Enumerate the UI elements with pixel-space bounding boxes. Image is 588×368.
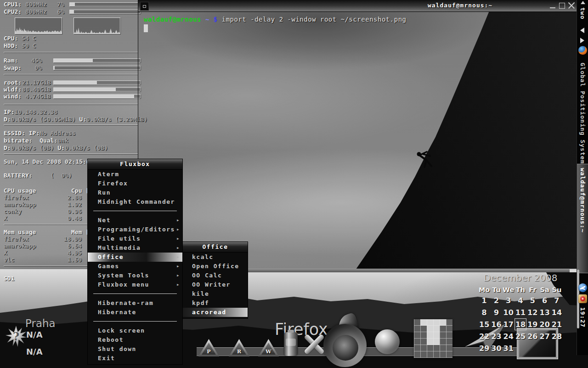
submenu-arrow-icon: ▸ [176,243,180,253]
calendar-date[interactable]: 19 [526,318,538,330]
wifi-ip-value: No Address [40,130,75,137]
amarok-tray-icon[interactable] [578,294,587,303]
submenu-item-oo-calc[interactable]: OO Calc [183,271,248,280]
submenu-item-open-office[interactable]: Open Office [183,262,248,271]
menu-padding [183,317,248,318]
calendar-date[interactable]: 16 [490,318,502,330]
calendar-date[interactable]: 17 [503,318,514,330]
menu-item-multimedia[interactable]: Multimedia▸ [88,243,182,253]
terminal-content[interactable]: waldauf@mrnous ~ $ import -delay 2 -wind… [144,16,407,23]
calendar-date[interactable]: 13 [538,306,550,318]
calendar-date[interactable]: 31 [503,342,514,354]
calendar-date[interactable]: 12 [526,306,538,318]
terminal-titlebar[interactable]: waldauf@mrnous:~ [138,0,577,12]
menu-item-hibernate-ram[interactable]: Hibernate-ram [88,299,182,308]
submenu-item-kile[interactable]: kile [183,289,248,299]
taskbar-window-gps[interactable]: Global Positioning System [579,63,586,164]
office-submenu: Office kcalcOpen OfficeOO CalcOO Writerk… [182,242,248,319]
calendar-date[interactable]: 22 [478,330,490,342]
maximize-button[interactable] [558,1,566,10]
orb-icon[interactable] [375,329,400,354]
menu-item-exit[interactable]: Exit [88,354,182,363]
menu-item-file-utils[interactable]: File utils▸ [88,234,182,243]
fs-label: root: [4,79,22,86]
calendar-date[interactable]: 8 [478,306,490,318]
minimize-button[interactable] [548,1,557,10]
menu-item-office[interactable]: Office▸ [88,253,182,262]
window-menu-glyph [143,5,146,8]
menu-item-programing-editors[interactable]: Programing/Editors▸ [88,225,182,234]
menu-item-games[interactable]: Games▸ [88,262,182,271]
calendar-day-headers: MoTuWeThFrSaSu [478,286,563,293]
menu-item-label: kcalc [192,253,214,260]
calendar-date[interactable]: 25 [514,330,526,342]
submenu-item-kcalc[interactable]: kcalc [183,253,248,262]
separator-line [4,104,138,104]
calendar-date[interactable]: 14 [551,306,563,318]
thunderbird-tray-icon[interactable] [578,283,587,292]
calendar-empty [551,342,563,354]
menu-item-shut-down[interactable]: Shut down [88,345,182,354]
submenu-item-oo-writer[interactable]: OO Writer [183,280,248,289]
calendar-date[interactable]: 21 [551,318,563,330]
menu-separator [88,317,182,326]
calendar-date[interactable]: 27 [538,330,550,342]
calendar-date[interactable]: 5 [526,294,538,306]
menu-item-run[interactable]: Run [88,188,182,197]
calendar-date[interactable]: 18 [514,318,526,330]
fs-value: 21.17GiB [22,79,51,86]
ip-row: IP:10.148.32.38 [4,109,57,115]
maximize-icon [559,3,565,9]
calendar-date[interactable]: 23 [490,330,502,342]
calendar-date[interactable]: 15 [478,318,490,330]
swap-percent: 0% [22,64,42,71]
taskbar-window-terminal[interactable]: waldauf@mrnous:~ [577,164,588,273]
calendar-date[interactable]: 10 [503,306,514,318]
menu-item-label: acroread [192,309,226,316]
menu-item-reboot[interactable]: Reboot [88,335,182,345]
menu-item-midnight-commander[interactable]: Midnight Commander [88,197,182,207]
firefox-dock-icon[interactable] [322,316,368,367]
calendar-date[interactable]: 4 [514,294,526,306]
calendar-date[interactable]: 6 [538,294,550,306]
battery-value: ( 0%) [51,172,72,179]
calendar-day-header: We [503,286,514,293]
calendar-date[interactable]: 30 [490,342,502,354]
calendar-date[interactable]: 20 [538,318,550,330]
calendar-date[interactable]: 29 [478,342,490,354]
calendar-date[interactable]: 7 [551,294,563,306]
cpu2-percent: 6% [47,8,64,15]
calendar-date[interactable]: 2 [490,294,502,306]
spreadsheet-icon[interactable] [414,319,452,358]
submenu-item-kpdf[interactable]: kpdf [183,299,248,308]
menu-item-system-tools[interactable]: System Tools▸ [88,271,182,280]
upload-label: U: [79,116,86,123]
menu-item-firefox[interactable]: Firefox [88,179,182,188]
menu-item-net[interactable]: Net▸ [88,216,182,225]
submenu-item-acroread[interactable]: acroread [183,308,248,317]
weather-city: Praha [25,317,56,329]
calendar-date[interactable]: 24 [503,330,514,342]
calendar-date[interactable]: 26 [526,330,538,342]
calendar-date[interactable]: 28 [551,330,563,342]
menu-item-aterm[interactable]: Aterm [88,170,182,179]
menu-item-lock-screen[interactable]: Lock screen [88,326,182,335]
calendar-date[interactable]: 1 [478,294,490,306]
calendar-widget: December 2008 MoTuWeThFrSaSu 12345678910… [478,272,563,354]
menu-separator [88,207,182,216]
menu-item-hibernate[interactable]: Hibernate [88,308,182,317]
battery-icon[interactable] [284,332,298,356]
workspace-name[interactable]: two [579,7,586,19]
calendar-date[interactable]: 11 [514,306,526,318]
close-button[interactable] [567,1,576,10]
firefox-taskbar-icon[interactable] [578,46,587,55]
workspace-prev-icon[interactable] [580,28,584,33]
cpu-temp-row: CPU: 54 C [4,35,36,42]
workspace-next-icon[interactable] [580,38,584,43]
toolbar-clock: 19:27 [579,307,586,328]
calendar-date[interactable]: 9 [490,306,502,318]
menu-item-fluxbox-menu[interactable]: Fluxbox menu▸ [88,280,182,289]
toolbar-grip-icon[interactable] [581,1,585,4]
window-menu-icon[interactable] [140,2,149,11]
calendar-date[interactable]: 3 [503,294,514,306]
